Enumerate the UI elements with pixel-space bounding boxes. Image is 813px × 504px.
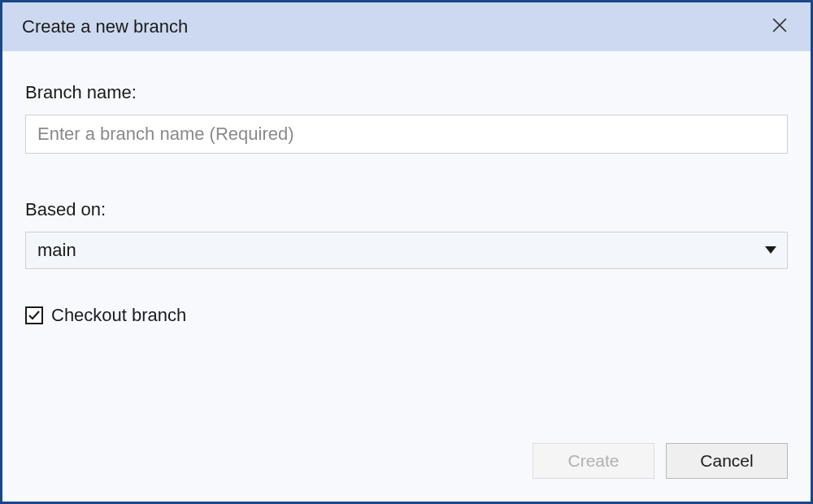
create-button[interactable]: Create xyxy=(533,443,654,479)
titlebar: Create a new branch xyxy=(2,2,811,51)
checkbox-box xyxy=(25,306,43,324)
branch-name-label: Branch name: xyxy=(25,82,788,103)
branch-name-input[interactable] xyxy=(25,115,788,154)
based-on-label: Based on: xyxy=(25,199,788,220)
close-button[interactable] xyxy=(768,15,791,38)
checkout-branch-checkbox[interactable]: Checkout branch xyxy=(25,305,788,326)
cancel-button[interactable]: Cancel xyxy=(666,443,788,479)
dialog-content: Branch name: Based on: main Ch xyxy=(2,51,811,443)
based-on-select[interactable]: main xyxy=(25,232,788,269)
dialog-title: Create a new branch xyxy=(22,16,188,37)
checkmark-icon xyxy=(28,309,41,322)
dialog-footer: Create Cancel xyxy=(2,443,811,502)
checkout-branch-label: Checkout branch xyxy=(51,305,186,326)
based-on-selected-value: main xyxy=(37,240,76,261)
create-branch-dialog: Create a new branch Branch name: Based o… xyxy=(0,0,813,504)
close-icon xyxy=(772,18,787,36)
